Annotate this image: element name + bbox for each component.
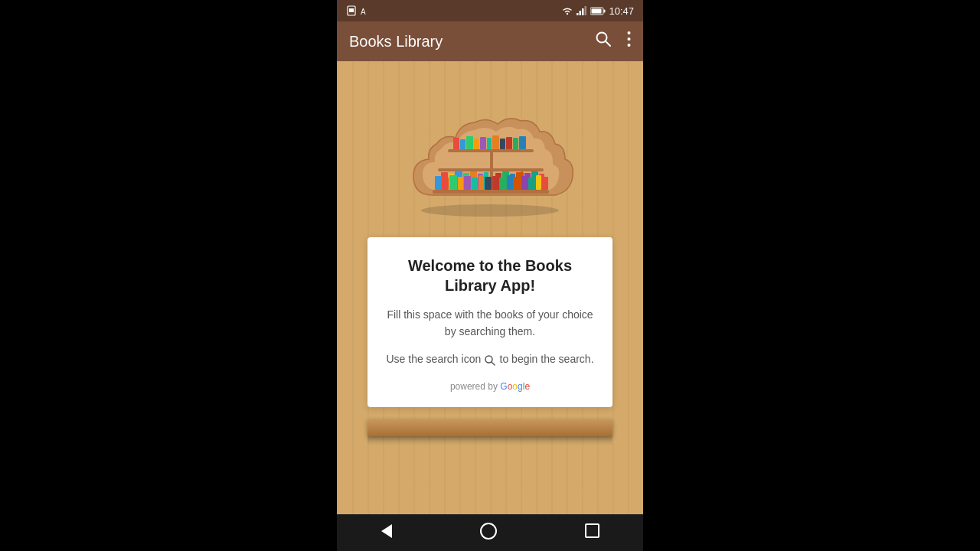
svg-rect-30 [500, 139, 505, 149]
svg-rect-61 [528, 178, 535, 190]
powered-by: powered by Google [383, 381, 597, 392]
svg-rect-49 [443, 178, 449, 190]
google-logo: Google [500, 381, 530, 392]
status-right-icons: 10:47 [561, 5, 634, 17]
svg-rect-1 [349, 8, 354, 12]
svg-rect-50 [449, 175, 457, 190]
time-display: 10:47 [609, 5, 634, 17]
svg-rect-10 [592, 8, 602, 13]
svg-point-15 [628, 44, 631, 47]
phone-container: A 10:47 [337, 0, 643, 551]
svg-rect-33 [519, 136, 526, 149]
more-icon [627, 31, 631, 47]
battery-icon [590, 7, 606, 15]
bottom-shelf [368, 419, 612, 445]
cloud-bookshelf [390, 77, 590, 222]
svg-rect-29 [492, 135, 499, 149]
main-content: Welcome to the Books Library App! Fill t… [337, 61, 643, 514]
recents-icon [585, 524, 599, 541]
svg-rect-7 [585, 6, 587, 15]
nav-home-button[interactable] [465, 517, 512, 549]
svg-point-3 [567, 13, 568, 15]
toolbar-actions [595, 31, 631, 52]
sim-icon [346, 5, 357, 16]
back-icon [381, 524, 392, 541]
svg-rect-31 [506, 137, 512, 149]
svg-rect-56 [492, 176, 498, 190]
svg-rect-32 [513, 138, 518, 149]
nav-recents-button[interactable] [570, 517, 615, 548]
welcome-card: Welcome to the Books Library App! Fill t… [368, 237, 612, 407]
svg-rect-6 [582, 8, 584, 15]
welcome-title: Welcome to the Books Library App! [383, 256, 597, 295]
svg-text:A: A [361, 8, 366, 16]
welcome-body2: Use the search icon to begin the search. [383, 350, 597, 370]
auto-brightness-icon: A [360, 5, 371, 16]
svg-rect-55 [485, 177, 492, 190]
toolbar: Books Library [337, 21, 643, 61]
signal-icon [577, 6, 587, 15]
svg-rect-60 [521, 176, 528, 190]
svg-rect-52 [464, 176, 471, 190]
search-button[interactable] [595, 31, 612, 52]
svg-rect-26 [474, 139, 479, 149]
svg-rect-28 [487, 138, 492, 149]
nav-back-button[interactable] [366, 518, 407, 548]
svg-point-16 [421, 204, 559, 217]
svg-rect-62 [536, 175, 541, 190]
more-options-button[interactable] [627, 31, 631, 52]
app-title: Books Library [349, 33, 595, 51]
svg-rect-63 [542, 177, 548, 190]
svg-rect-5 [580, 11, 582, 15]
svg-rect-54 [479, 175, 484, 190]
svg-rect-51 [458, 177, 463, 190]
svg-rect-59 [513, 177, 521, 190]
svg-rect-17 [433, 190, 549, 194]
svg-rect-58 [507, 175, 512, 190]
shelf-shadow [368, 436, 612, 445]
svg-rect-9 [604, 9, 606, 12]
inline-search-icon [484, 353, 499, 366]
wifi-icon [561, 6, 573, 15]
status-bar: A 10:47 [337, 0, 643, 21]
status-left-icons: A [346, 5, 371, 16]
svg-rect-27 [480, 137, 486, 149]
svg-rect-57 [499, 178, 506, 190]
svg-line-65 [492, 362, 495, 365]
nav-bar [337, 514, 643, 551]
svg-rect-23 [453, 138, 459, 149]
svg-rect-53 [472, 178, 478, 190]
shelf-surface [368, 419, 612, 436]
svg-line-12 [606, 41, 610, 46]
svg-rect-48 [435, 176, 442, 190]
svg-point-14 [628, 37, 631, 41]
svg-rect-24 [460, 139, 466, 149]
search-icon [595, 31, 612, 47]
welcome-body1: Fill this space with the books of your c… [383, 306, 597, 341]
svg-rect-25 [466, 136, 473, 149]
svg-rect-4 [577, 13, 579, 15]
home-icon [480, 526, 497, 543]
svg-point-13 [628, 31, 631, 34]
